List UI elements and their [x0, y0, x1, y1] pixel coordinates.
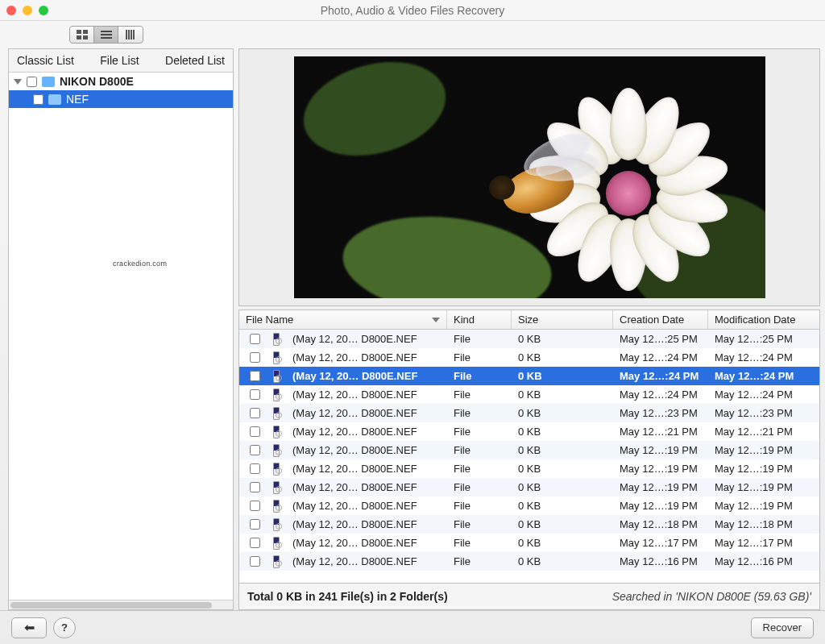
recover-button[interactable]: Recover	[751, 617, 814, 638]
table-row[interactable]: (May 12, 20… D800E.NEFFile0 KBMay 12…:19…	[239, 459, 819, 478]
columns-icon	[125, 30, 136, 39]
table-row[interactable]: (May 12, 20… D800E.NEFFile0 KBMay 12…:19…	[239, 478, 819, 497]
table-row[interactable]: (May 12, 20… D800E.NEFFile0 KBMay 12…:19…	[239, 441, 819, 459]
preview-panel	[238, 48, 820, 306]
svg-rect-4	[101, 31, 112, 32]
arrow-left-icon: ⬅	[24, 620, 35, 635]
help-button[interactable]: ?	[53, 617, 76, 638]
svg-rect-10	[133, 30, 135, 39]
svg-rect-5	[101, 34, 112, 35]
row-checkbox[interactable]	[250, 538, 260, 548]
cell-size: 0 KB	[512, 555, 613, 567]
table-row[interactable]: (May 12, 20… D800E.NEFFile0 KBMay 12…:19…	[239, 497, 819, 515]
folder-icon	[42, 77, 55, 87]
back-button[interactable]: ⬅	[11, 617, 47, 638]
cell-modification-date: May 12…:21 PM	[708, 426, 819, 438]
table-row[interactable]: (May 12, 20… D800E.NEFFile0 KBMay 12…:21…	[239, 422, 819, 441]
file-icon	[273, 481, 280, 494]
cell-modification-date: May 12…:16 PM	[708, 555, 819, 567]
row-checkbox[interactable]	[250, 408, 260, 418]
chevron-down-icon[interactable]	[14, 79, 22, 85]
row-checkbox[interactable]	[250, 519, 260, 530]
cell-filename: (May 12, 20… D800E.NEF	[286, 426, 447, 438]
tab-deleted-list[interactable]: Deleted List	[165, 54, 225, 67]
table-row[interactable]: (May 12, 20… D800E.NEFFile0 KBMay 12…:25…	[239, 330, 819, 348]
scrollbar-thumb[interactable]	[10, 602, 212, 609]
list-icon	[101, 30, 112, 39]
view-list-button[interactable]	[94, 27, 118, 43]
tree-checkbox[interactable]	[27, 77, 37, 87]
row-checkbox[interactable]	[250, 334, 260, 344]
cell-size: 0 KB	[512, 351, 613, 364]
cell-size: 0 KB	[512, 481, 613, 493]
row-checkbox[interactable]	[250, 556, 260, 567]
cell-kind: File	[447, 351, 512, 364]
summary-searched: Searched in 'NIKON D800E (59.63 GB)'	[612, 590, 811, 603]
col-modification-date[interactable]: Modification Date	[708, 310, 819, 329]
tab-classic-list[interactable]: Classic List	[17, 54, 74, 67]
svg-rect-7	[126, 30, 127, 39]
help-icon: ?	[61, 621, 68, 634]
app-window: Photo, Audio & Video Files Recovery Clas…	[0, 0, 825, 644]
table-row[interactable]: (May 12, 20… D800E.NEFFile0 KBMay 12…:17…	[239, 534, 819, 552]
table-row[interactable]: (May 12, 20… D800E.NEFFile0 KBMay 12…:23…	[239, 404, 819, 422]
col-size[interactable]: Size	[512, 310, 613, 329]
row-checkbox[interactable]	[250, 463, 260, 474]
col-creation-date[interactable]: Creation Date	[613, 310, 708, 329]
row-checkbox[interactable]	[250, 352, 260, 363]
svg-rect-8	[128, 30, 130, 39]
file-icon	[273, 351, 280, 364]
row-checkbox[interactable]	[250, 371, 260, 381]
cell-modification-date: May 12…:23 PM	[708, 407, 819, 419]
tree-checkbox[interactable]	[33, 94, 44, 105]
cell-creation-date: May 12…:19 PM	[613, 463, 708, 475]
row-checkbox[interactable]	[250, 501, 260, 511]
file-icon	[273, 518, 280, 531]
view-columns-button[interactable]	[118, 27, 143, 43]
cell-creation-date: May 12…:21 PM	[613, 426, 708, 438]
row-checkbox[interactable]	[250, 482, 260, 492]
row-checkbox[interactable]	[250, 445, 260, 455]
titlebar: Photo, Audio & Video Files Recovery	[0, 0, 825, 21]
cell-modification-date: May 12…:19 PM	[708, 444, 819, 456]
row-checkbox[interactable]	[250, 426, 260, 437]
folder-tree[interactable]: NIKON D800ENEF	[9, 73, 233, 600]
cell-creation-date: May 12…:17 PM	[613, 537, 708, 549]
cell-filename: (May 12, 20… D800E.NEF	[286, 463, 447, 475]
watermark-text: crackedion.com	[113, 260, 167, 268]
tab-file-list[interactable]: File List	[100, 54, 139, 67]
col-filename-label: File Name	[246, 314, 293, 326]
table-body[interactable]: (May 12, 20… D800E.NEFFile0 KBMay 12…:25…	[239, 330, 819, 583]
col-filename[interactable]: File Name	[239, 310, 447, 329]
tree-label: NIKON D800E	[60, 75, 134, 88]
cell-kind: File	[447, 537, 512, 549]
folder-icon	[48, 94, 61, 105]
file-icon	[273, 407, 280, 420]
table-row[interactable]: (May 12, 20… D800E.NEFFile0 KBMay 12…:16…	[239, 552, 819, 571]
sidebar-scrollbar[interactable]	[9, 600, 233, 609]
cell-kind: File	[447, 426, 512, 438]
tree-row[interactable]: NEF	[9, 90, 233, 108]
cell-modification-date: May 12…:25 PM	[708, 333, 819, 345]
table-row[interactable]: (May 12, 20… D800E.NEFFile0 KBMay 12…:18…	[239, 515, 819, 534]
tree-row[interactable]: NIKON D800E	[9, 73, 233, 90]
table-header: File Name Kind Size Creation Date Modifi…	[239, 310, 819, 330]
view-grid-button[interactable]	[70, 27, 94, 43]
file-icon	[273, 555, 280, 568]
cell-size: 0 KB	[512, 444, 613, 456]
row-checkbox[interactable]	[250, 389, 260, 400]
col-kind[interactable]: Kind	[447, 310, 512, 329]
table-row[interactable]: (May 12, 20… D800E.NEFFile0 KBMay 12…:24…	[239, 348, 819, 367]
table-row[interactable]: (May 12, 20… D800E.NEFFile0 KBMay 12…:24…	[239, 367, 819, 385]
file-icon	[273, 463, 280, 476]
window-title: Photo, Audio & Video Files Recovery	[0, 4, 825, 17]
cell-kind: File	[447, 481, 512, 493]
cell-size: 0 KB	[512, 388, 613, 401]
cell-filename: (May 12, 20… D800E.NEF	[286, 333, 447, 345]
preview-image	[294, 56, 765, 298]
cell-modification-date: May 12…:24 PM	[708, 370, 819, 382]
tree-label: NEF	[66, 93, 89, 106]
svg-rect-3	[83, 35, 88, 39]
table-row[interactable]: (May 12, 20… D800E.NEFFile0 KBMay 12…:24…	[239, 385, 819, 404]
cell-modification-date: May 12…:17 PM	[708, 537, 819, 549]
